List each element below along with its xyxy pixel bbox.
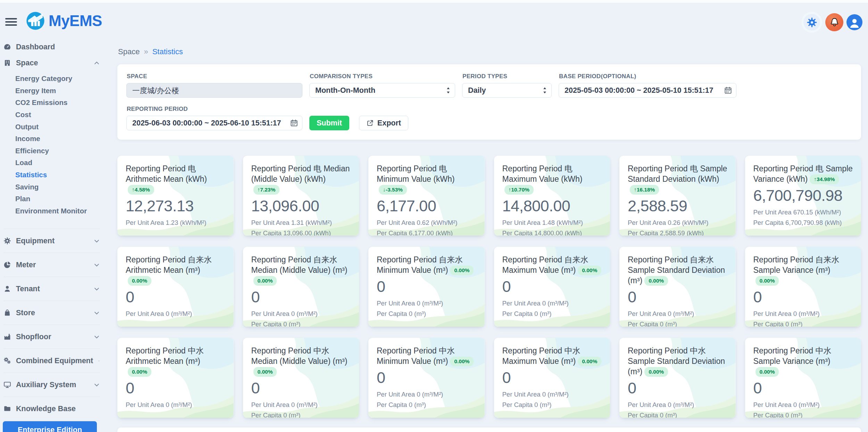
- stat-card: Reporting Period 中水 Median (Middle Value…: [243, 338, 359, 418]
- per-unit-area: Per Unit Area 0 (m³/M²): [753, 309, 853, 318]
- per-unit-area: Per Unit Area 0.62 (kWh/M²): [377, 218, 476, 227]
- export-label: Export: [377, 119, 401, 128]
- user-avatar-button[interactable]: [846, 14, 862, 30]
- per-capita: Per Capita 0 (m³): [251, 320, 351, 327]
- per-capita: Per Capita 0 (m³): [753, 411, 853, 418]
- card-title: Reporting Period 电 Sample Variance (kWh)…: [753, 163, 853, 184]
- base-period-input[interactable]: [559, 83, 736, 98]
- main-content: Space » Statistics SPACE COMPARISON TYPE…: [117, 39, 868, 432]
- stat-card: Reporting Period 电 Arithmetic Mean (kWh)…: [117, 156, 234, 236]
- card-title: Reporting Period 中水 Arithmetic Mean (m³)…: [126, 345, 225, 377]
- settings-button[interactable]: [801, 12, 822, 33]
- enterprise-edition-button[interactable]: Enterprise Edition: [3, 421, 97, 432]
- sidebar-item-equipment[interactable]: Equipment: [3, 229, 100, 253]
- stat-value: 0: [753, 379, 853, 397]
- per-unit-area: Per Unit Area 0 (m³/M²): [628, 400, 727, 409]
- sidebar-item-space[interactable]: Space: [3, 55, 100, 71]
- card-title: Reporting Period 电 Arithmetic Mean (kWh)…: [126, 163, 225, 195]
- card-title: Reporting Period 自来水 Maximum Value (m³)0…: [502, 254, 602, 275]
- per-unit-area: Per Unit Area 670.15 (kWh/M²): [753, 208, 853, 217]
- sidebar-item-auxiliary-system[interactable]: Auxiliary System: [3, 373, 100, 397]
- stat-card: Reporting Period 中水 Arithmetic Mean (m³)…: [117, 338, 234, 418]
- sidebar-item-cost[interactable]: Cost: [3, 109, 100, 121]
- stat-value: 0: [126, 288, 225, 306]
- sidebar-item-output[interactable]: Output: [3, 121, 100, 133]
- breadcrumb-statistics[interactable]: Statistics: [152, 47, 183, 56]
- chevron-down-icon: [93, 382, 100, 388]
- chevron-down-icon: [98, 358, 100, 364]
- select-arrows-icon: [542, 86, 547, 95]
- dashboard-icon: [3, 43, 11, 51]
- sidebar-item-combined-equipment[interactable]: Combined Equipment: [3, 349, 100, 373]
- brand-logo[interactable]: MyEMS: [26, 11, 102, 31]
- sidebar-item-energy-category[interactable]: Energy Category: [3, 73, 100, 85]
- hamburger-menu-button[interactable]: [3, 16, 19, 28]
- sidebar-divider: [3, 421, 100, 421]
- sidebar-item-tenant[interactable]: Tenant: [3, 277, 100, 301]
- sidebar-item-statistics[interactable]: Statistics: [3, 169, 100, 181]
- sidebar-item-saving[interactable]: Saving: [3, 181, 100, 193]
- filter-panel: SPACE COMPARISON TYPES Month-On-Month: [117, 64, 861, 140]
- sidebar-item-plan[interactable]: Plan: [3, 193, 100, 205]
- calendar-icon[interactable]: [290, 119, 298, 127]
- per-unit-area: Per Unit Area 0 (m³/M²): [251, 309, 351, 318]
- stat-card: Reporting Period 自来水 Arithmetic Mean (m³…: [117, 247, 234, 327]
- chevron-down-icon: [93, 262, 100, 268]
- stat-value: 0: [377, 369, 476, 387]
- folder-icon: [3, 405, 11, 413]
- sidebar-item-meter[interactable]: Meter: [3, 253, 100, 277]
- card-title: Reporting Period 中水 Minimum Value (m³)0.…: [377, 345, 476, 366]
- notifications-button[interactable]: [825, 13, 843, 31]
- per-capita: Per Capita 0 (m³): [628, 411, 727, 418]
- building-icon: [3, 59, 11, 67]
- sidebar-item-load[interactable]: Load: [3, 157, 100, 169]
- stat-value: 6,700,790.98: [753, 187, 853, 205]
- change-badge: 0.00%: [578, 266, 601, 275]
- per-unit-area: Per Unit Area 0 (m³/M²): [377, 390, 476, 399]
- stat-value: 0: [251, 288, 351, 306]
- per-unit-area: Per Unit Area 0 (m³/M²): [377, 299, 476, 308]
- per-capita: Per Capita 0 (m³): [753, 320, 853, 327]
- sidebar-item-energy-item[interactable]: Energy Item: [3, 85, 100, 97]
- change-badge: 0.00%: [644, 276, 668, 286]
- next-panel-top-edge: [117, 427, 861, 432]
- submit-button[interactable]: Submit: [309, 116, 349, 130]
- base-period-label: BASE PERIOD(OPTIONAL): [559, 73, 736, 80]
- gears-icon: [3, 357, 11, 365]
- comparison-types-select[interactable]: Month-On-Month: [309, 83, 455, 98]
- per-capita: Per Capita 6,177.00 (kWh): [377, 229, 476, 236]
- reporting-period-input[interactable]: [126, 116, 302, 130]
- change-badge: 0.00%: [644, 367, 668, 377]
- app-root: MyEMS: [0, 0, 868, 432]
- top-edge-strip: [0, 0, 868, 3]
- change-badge: 0.00%: [578, 357, 601, 366]
- stat-card: Reporting Period 中水 Maximum Value (m³)0.…: [494, 338, 610, 418]
- per-capita: Per Capita 2,588.59 (kWh): [628, 229, 727, 236]
- stat-value: 0: [377, 278, 476, 296]
- change-badge: ↑7.23%: [253, 185, 280, 195]
- sidebar-item-co2-emissions[interactable]: CO2 Emissions: [3, 97, 100, 109]
- sidebar-submenu: Energy Category Energy Item CO2 Emission…: [3, 71, 100, 221]
- sidebar-item-shopfloor[interactable]: Shopfloor: [3, 325, 100, 349]
- sidebar-nav: Dashboard Space Energy Category Energy I…: [0, 39, 117, 421]
- card-title: Reporting Period 自来水 Median (Middle Valu…: [251, 254, 351, 286]
- sidebar-item-environment-monitor[interactable]: Environment Monitor: [3, 205, 100, 217]
- sidebar-item-income[interactable]: Income: [3, 133, 100, 145]
- sidebar-item-store[interactable]: Store: [3, 301, 100, 325]
- per-capita: Per Capita 0 (m³): [502, 309, 602, 318]
- per-unit-area: Per Unit Area 1.23 (kWh/M²): [126, 218, 225, 227]
- per-unit-area: Per Unit Area 0 (m³/M²): [251, 400, 351, 409]
- reporting-period-label: REPORTING PERIOD: [127, 106, 302, 113]
- sidebar-item-knowledge-base[interactable]: Knowledge Base: [3, 397, 100, 421]
- change-badge: ↑34.98%: [810, 174, 839, 184]
- sidebar-item-dashboard[interactable]: Dashboard: [3, 39, 100, 55]
- card-title: Reporting Period 自来水 Arithmetic Mean (m³…: [126, 254, 225, 286]
- per-unit-area: Per Unit Area 0 (m³/M²): [126, 400, 225, 409]
- sidebar-item-efficiency[interactable]: Efficiency: [3, 145, 100, 157]
- stat-value: 0: [628, 288, 727, 306]
- export-button[interactable]: Export: [359, 116, 408, 130]
- space-input[interactable]: [126, 83, 302, 98]
- calendar-icon[interactable]: [724, 86, 732, 95]
- period-types-select[interactable]: Daily: [462, 83, 552, 98]
- stat-card: Reporting Period 自来水 Minimum Value (m³)0…: [368, 247, 485, 327]
